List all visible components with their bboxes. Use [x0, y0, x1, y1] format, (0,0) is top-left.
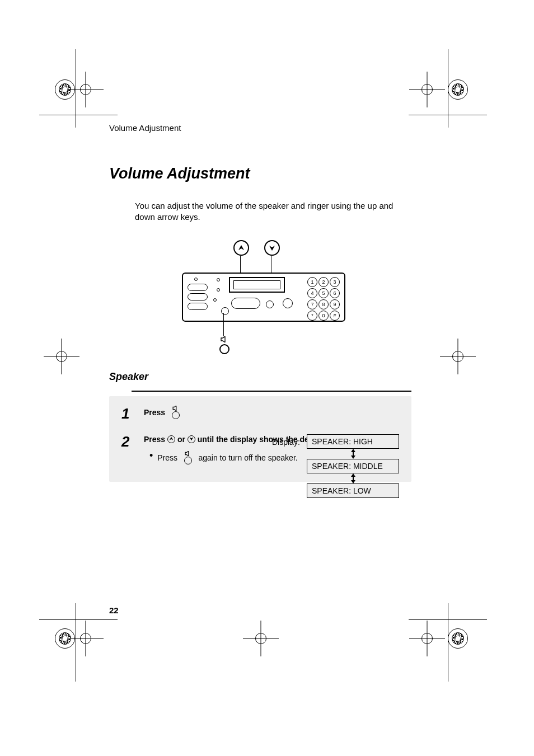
step-1-text: Press: [144, 407, 165, 416]
speaker-key-icon: [172, 406, 180, 419]
crosshair-icon: [76, 79, 96, 100]
intro-text: You can adjust the volume of the speaker…: [135, 200, 404, 223]
display-stack: Display: SPEAKER: HIGH SPEAKER: MIDDLE S…: [307, 434, 399, 498]
up-down-arrow-icon: [307, 473, 399, 483]
display-value-low: SPEAKER: LOW: [307, 483, 399, 498]
step-2-text-b: or: [177, 435, 185, 444]
crosshair-icon: [51, 346, 72, 367]
step-2: 2 Press or until the display shows the d…: [121, 434, 399, 466]
arrow-up-icon: [233, 240, 249, 256]
speaker-key-icon: [184, 451, 192, 464]
arrow-up-icon: [167, 435, 175, 443]
crosshair-icon: [448, 346, 468, 367]
registration-mark-icon: [55, 628, 75, 649]
keypad-icon: 123 456 789 *0#: [307, 277, 340, 321]
up-down-arrow-icon: [307, 449, 399, 459]
crosshair-icon: [417, 628, 437, 649]
step-number: 2: [121, 434, 134, 449]
display-label: Display:: [272, 438, 300, 447]
step-number: 1: [121, 406, 134, 421]
page-content: Volume Adjustment Volume Adjustment You …: [109, 123, 411, 482]
device-illustration: 123 456 789 *0#: [109, 240, 411, 358]
crosshair-icon: [417, 79, 437, 100]
speaker-key-icon: [218, 336, 231, 352]
display-value-high: SPEAKER: HIGH: [307, 434, 399, 449]
steps-box: 1 Press 2 Press or: [109, 396, 411, 482]
display-value-middle: SPEAKER: MIDDLE: [307, 459, 399, 473]
registration-mark-icon: [448, 79, 468, 100]
arrow-down-icon: [188, 435, 195, 443]
running-header: Volume Adjustment: [109, 123, 411, 133]
step-1: 1 Press: [121, 406, 399, 421]
crosshair-icon: [251, 628, 271, 649]
section-title: Volume Adjustment: [109, 165, 411, 182]
rule-line: [132, 391, 411, 392]
page-number: 22: [109, 605, 119, 615]
bullet-text-b: again to turn off the speaker.: [198, 453, 297, 462]
crosshair-icon: [76, 628, 96, 649]
bullet-text-a: Press: [157, 453, 177, 462]
registration-mark-icon: [448, 628, 468, 649]
step-2-text-a: Press: [144, 435, 165, 444]
arrow-down-icon: [264, 240, 280, 256]
fax-device-icon: 123 456 789 *0#: [182, 273, 345, 322]
subsection-title: Speaker: [109, 371, 411, 383]
